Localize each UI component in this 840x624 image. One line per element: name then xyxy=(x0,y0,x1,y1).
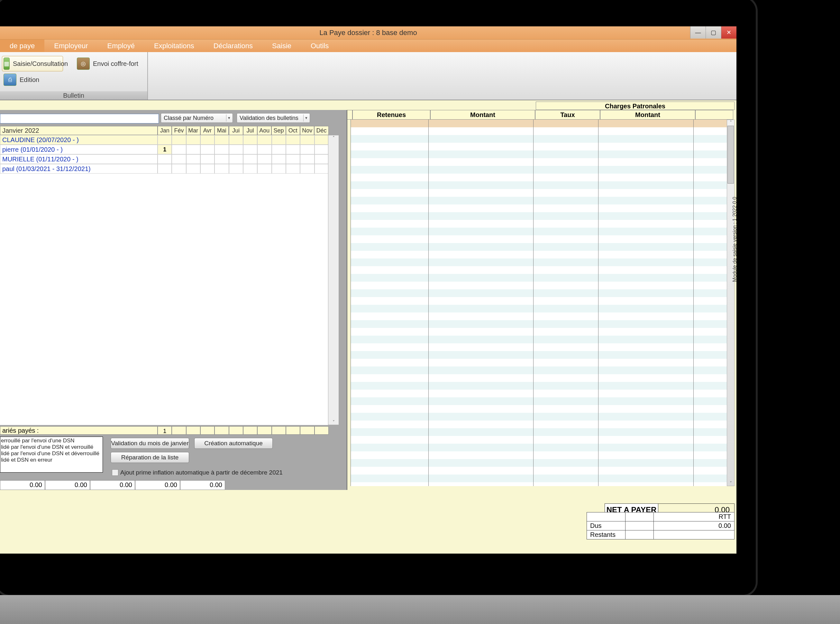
tab-employe[interactable]: Employé xyxy=(97,40,144,53)
employee-month-cell[interactable] xyxy=(186,135,200,145)
employee-month-cell[interactable] xyxy=(314,135,329,145)
ribbon-saisie-button[interactable]: ▦ Saisie/Consultation xyxy=(2,56,63,71)
employee-month-cell[interactable] xyxy=(314,145,329,154)
employee-month-cell[interactable] xyxy=(300,154,314,164)
maximize-button[interactable]: ▢ xyxy=(705,26,721,39)
repair-list-button[interactable]: Réparation de la liste xyxy=(111,452,189,463)
employee-month-cell[interactable] xyxy=(200,164,215,174)
employee-month-cell[interactable] xyxy=(172,164,186,174)
employee-month-cell[interactable] xyxy=(300,145,314,154)
employee-month-cell[interactable] xyxy=(172,135,186,145)
employee-list[interactable]: CLAUDINE (20/07/2020 - )pierre (01/01/20… xyxy=(0,135,329,425)
employee-month-cell[interactable] xyxy=(215,164,229,174)
employee-month-cell[interactable] xyxy=(229,164,243,174)
employee-month-cell[interactable] xyxy=(215,154,229,164)
month-head-sep[interactable]: Sep xyxy=(271,126,286,135)
employee-month-cell[interactable] xyxy=(243,164,257,174)
scroll-down-icon[interactable]: ˅ xyxy=(730,480,732,486)
tab-exploitations[interactable]: Exploitations xyxy=(144,40,204,53)
employee-month-cell[interactable] xyxy=(314,154,329,164)
employee-month-cell[interactable] xyxy=(286,154,300,164)
close-button[interactable]: ✕ xyxy=(721,26,736,39)
grid-scrollbar[interactable]: ˄ ˅ xyxy=(727,120,735,486)
employee-row[interactable]: pierre (01/01/2020 - )1 xyxy=(0,145,329,154)
scroll-up-icon[interactable]: ˄ xyxy=(333,135,335,141)
month-head-oct[interactable]: Oct xyxy=(286,126,300,135)
employee-month-cell[interactable] xyxy=(186,164,200,174)
month-head-jul[interactable]: Jul xyxy=(243,126,257,135)
employee-month-cell[interactable] xyxy=(286,164,300,174)
month-head-mai[interactable]: Mai xyxy=(215,126,229,135)
employee-month-cell[interactable] xyxy=(158,135,172,145)
validation-select[interactable]: Validation des bulletins ▾ xyxy=(237,113,310,123)
minimize-button[interactable]: — xyxy=(690,26,705,39)
employee-month-cell[interactable] xyxy=(186,145,200,154)
month-head-avr[interactable]: Avr xyxy=(200,126,215,135)
employee-month-cell[interactable] xyxy=(272,145,286,154)
employee-month-cell[interactable] xyxy=(158,164,172,174)
payroll-grid[interactable] xyxy=(351,120,727,486)
employee-month-cell[interactable] xyxy=(257,154,271,164)
ribbon-edition-button[interactable]: ⎙ Edition xyxy=(2,72,50,88)
create-auto-button[interactable]: Création automatique xyxy=(194,438,273,449)
col-retenues[interactable]: Retenues xyxy=(353,110,430,120)
prime-inflation-checkbox[interactable] xyxy=(112,470,118,476)
col-montant2[interactable]: Montant xyxy=(600,110,695,120)
employee-month-cell[interactable] xyxy=(300,164,314,174)
employee-month-cell[interactable] xyxy=(229,154,243,164)
employee-name[interactable]: pierre (01/01/2020 - ) xyxy=(0,145,158,154)
employee-month-cell[interactable] xyxy=(286,145,300,154)
employee-row[interactable]: paul (01/03/2021 - 31/12/2021) xyxy=(0,164,329,174)
employee-month-cell[interactable] xyxy=(215,135,229,145)
employee-month-cell[interactable] xyxy=(300,135,314,145)
month-head-mar[interactable]: Mar xyxy=(186,126,200,135)
employee-month-cell[interactable] xyxy=(314,164,329,174)
employee-month-cell[interactable] xyxy=(215,145,229,154)
employee-scrollbar[interactable]: ˄ ˅ xyxy=(328,135,339,425)
employee-month-cell[interactable] xyxy=(200,154,215,164)
employee-month-cell[interactable] xyxy=(158,154,172,164)
employee-month-cell[interactable] xyxy=(243,135,257,145)
employee-name[interactable]: CLAUDINE (20/07/2020 - ) xyxy=(0,135,158,145)
sort-select[interactable]: Classé par Numéro ▾ xyxy=(161,113,233,123)
employee-month-cell[interactable] xyxy=(272,135,286,145)
employee-filter-input[interactable] xyxy=(0,114,159,124)
tab-outils[interactable]: Outils xyxy=(301,40,338,53)
month-head-fév[interactable]: Fév xyxy=(172,126,186,135)
tab-saisie[interactable]: Saisie xyxy=(262,40,301,53)
employee-month-cell[interactable] xyxy=(229,145,243,154)
employee-month-cell[interactable] xyxy=(257,164,271,174)
employee-month-cell[interactable] xyxy=(186,154,200,164)
employee-row[interactable]: MURIELLE (01/11/2020 - ) xyxy=(0,154,329,164)
col-taux[interactable]: Taux xyxy=(535,110,600,120)
employee-month-cell[interactable] xyxy=(286,135,300,145)
scroll-down-icon[interactable]: ˅ xyxy=(333,420,335,425)
employee-month-cell[interactable] xyxy=(200,145,215,154)
scroll-thumb[interactable] xyxy=(727,126,734,184)
ribbon-coffre-button[interactable]: ◎ Envoi coffre-fort xyxy=(75,56,143,71)
tab-declarations[interactable]: Déclarations xyxy=(204,40,262,53)
tab-paye[interactable]: de paye xyxy=(0,40,44,53)
col-montant[interactable]: Montant xyxy=(430,110,535,120)
month-head-aou[interactable]: Aou xyxy=(257,126,271,135)
employee-month-cell[interactable] xyxy=(257,135,271,145)
scroll-up-icon[interactable]: ˄ xyxy=(730,120,732,125)
employee-name[interactable]: MURIELLE (01/11/2020 - ) xyxy=(0,154,158,164)
employee-name[interactable]: paul (01/03/2021 - 31/12/2021) xyxy=(0,164,158,174)
employee-month-cell[interactable]: 1 xyxy=(158,145,172,154)
month-head-déc[interactable]: Déc xyxy=(314,126,328,135)
employee-month-cell[interactable] xyxy=(257,145,271,154)
employee-month-cell[interactable] xyxy=(172,154,186,164)
employee-month-cell[interactable] xyxy=(243,145,257,154)
employee-month-cell[interactable] xyxy=(272,154,286,164)
employee-month-cell[interactable] xyxy=(172,145,186,154)
employee-row[interactable]: CLAUDINE (20/07/2020 - ) xyxy=(0,135,329,145)
employee-month-cell[interactable] xyxy=(229,135,243,145)
validate-month-button[interactable]: Validation du mois de janvier xyxy=(111,438,189,449)
month-head-nov[interactable]: Nov xyxy=(300,126,314,135)
employee-month-cell[interactable] xyxy=(200,135,215,145)
month-head-jan[interactable]: Jan xyxy=(158,126,172,135)
employee-month-cell[interactable] xyxy=(272,164,286,174)
month-head-jui[interactable]: Jui xyxy=(229,126,243,135)
employee-month-cell[interactable] xyxy=(243,154,257,164)
